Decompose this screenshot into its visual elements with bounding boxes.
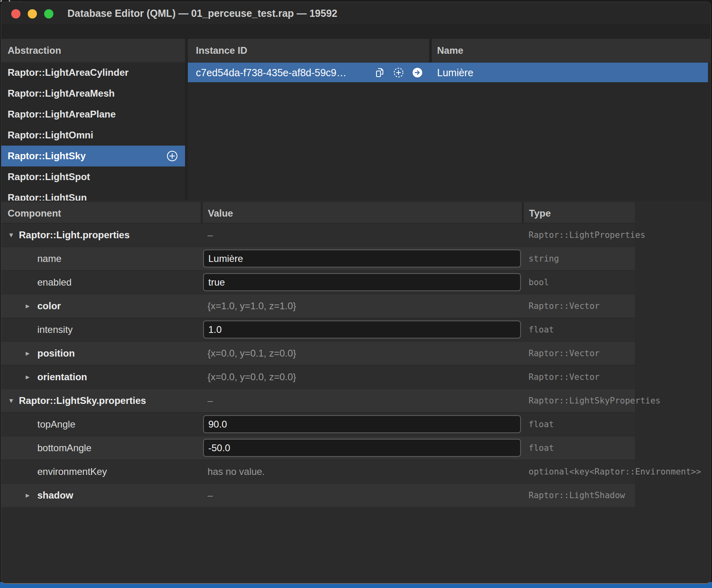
type-text: Raptor::LightShadow [529,484,625,507]
title-bar: Database Editor (QML) — 01_perceuse_test… [1,2,710,24]
component-label: name [37,247,61,270]
property-row-environmentkey[interactable]: environmentKey has no value. optional<ke… [1,460,635,483]
add-instance-icon[interactable] [393,67,405,79]
close-button[interactable] [11,9,20,18]
top-panels: Abstraction Raptor::LightAreaCylinder Ra… [1,24,710,201]
instance-name-value[interactable]: Lumière [437,63,473,82]
value-text: – [207,223,213,247]
chevron-right-icon[interactable]: ▸ [26,484,30,507]
property-row-light-properties[interactable]: ▾ Raptor::Light.properties – Raptor::Lig… [1,223,635,247]
abstraction-item-label: Raptor::LightSky [8,150,86,161]
intensity-input[interactable] [203,320,521,339]
property-row-lightsky-properties[interactable]: ▾ Raptor::LightSky.properties – Raptor::… [1,389,635,412]
component-label: Raptor::Light.properties [19,223,130,247]
abstraction-list: Raptor::LightAreaCylinder Raptor::LightA… [1,62,185,201]
value-text: – [207,389,213,412]
goto-instance-icon[interactable] [411,67,423,79]
type-text: Raptor::LightProperties [529,223,645,247]
type-text: Raptor::Vector [529,294,600,318]
abstraction-item-lightsun[interactable]: Raptor::LightSun [1,187,185,201]
instance-row-selected[interactable]: c7ed54da-f738-435e-af8d-59c9… [188,63,708,82]
component-label: color [37,294,61,318]
database-editor-window: Database Editor (QML) — 01_perceuse_test… [1,2,711,584]
property-row-topangle[interactable]: topAngle float [1,412,635,436]
property-row-orientation[interactable]: ▸ orientation {x=0.0, y=0.0, z=0.0} Rapt… [1,365,635,389]
component-label: position [37,342,75,365]
abstraction-item-lightareamesh[interactable]: Raptor::LightAreaMesh [1,83,185,104]
component-column-header: Component [1,202,201,224]
type-text: Raptor::Vector [529,365,600,389]
property-row-intensity[interactable]: intensity float [1,318,635,341]
component-label: orientation [37,365,87,389]
chevron-down-icon[interactable]: ▾ [9,223,13,247]
value-column-header: Value [203,202,522,224]
value-text: has no value. [207,460,265,483]
abstraction-column-header: Abstraction [1,39,185,62]
type-column-header: Type [524,202,635,224]
value-text: – [207,484,213,507]
abstraction-item-lightspot[interactable]: Raptor::LightSpot [1,166,185,187]
add-instance-icon[interactable] [167,150,178,162]
property-row-name[interactable]: name string [1,247,635,270]
chevron-right-icon[interactable]: ▸ [26,342,30,365]
window-title: Database Editor (QML) — 01_perceuse_test… [67,2,338,24]
abstraction-item-lightsky[interactable]: Raptor::LightSky [1,146,185,166]
name-column-header: Name [432,39,710,62]
type-text: float [529,436,554,460]
component-label: intensity [37,318,73,341]
type-text: bool [529,271,549,294]
type-text: Raptor::LightSkyProperties [529,389,661,412]
component-label: environmentKey [37,460,107,483]
value-text: {x=1.0, y=1.0, z=1.0} [207,294,296,318]
value-text: {x=0.0, y=0.0, z=0.0} [207,365,296,389]
minimize-button[interactable] [28,9,37,18]
chevron-down-icon[interactable]: ▾ [9,389,13,412]
property-row-shadow[interactable]: ▸ shadow – Raptor::LightShadow [1,483,635,507]
chevron-right-icon[interactable]: ▸ [26,294,30,318]
type-text: Raptor::Vector [529,342,600,365]
chevron-right-icon[interactable]: ▸ [26,365,30,389]
component-label: enabled [37,271,71,294]
component-label: Raptor::LightSky.properties [19,389,146,412]
property-row-enabled[interactable]: enabled bool [1,270,635,294]
type-text: string [529,247,559,270]
topangle-input[interactable] [203,415,521,433]
type-text: float [529,413,554,436]
instance-id-column-header: Instance ID [188,39,429,62]
name-input[interactable] [203,249,521,268]
property-row-bottomangle[interactable]: bottomAngle float [1,436,635,460]
property-row-color[interactable]: ▸ color {x=1.0, y=1.0, z=1.0} Raptor::Ve… [1,294,635,318]
property-row-position[interactable]: ▸ position {x=0.0, y=0.1, z=0.0} Raptor:… [1,341,635,365]
component-label: shadow [37,484,73,507]
component-label: topAngle [37,413,75,436]
type-text: optional<key<Raptor::Environment>> [529,460,701,483]
instance-id-value[interactable]: c7ed54da-f738-435e-af8d-59c9… [196,63,346,82]
zoom-button[interactable] [44,9,53,18]
enabled-input[interactable] [203,273,521,291]
abstraction-item-lightomni[interactable]: Raptor::LightOmni [1,125,185,146]
value-text: {x=0.0, y=0.1, z=0.0} [207,342,296,365]
properties-panel: Component Value Type ▾ Raptor::Light.pro… [1,201,710,584]
component-label: bottomAngle [37,436,92,460]
copy-icon[interactable] [374,67,386,79]
abstraction-item-lightareaplane[interactable]: Raptor::LightAreaPlane [1,104,185,125]
abstraction-item-lightareacylinder[interactable]: Raptor::LightAreaCylinder [1,62,185,83]
type-text: float [529,318,554,341]
instances-table: c7ed54da-f738-435e-af8d-59c9… [188,62,710,201]
bottomangle-input[interactable] [203,439,521,457]
